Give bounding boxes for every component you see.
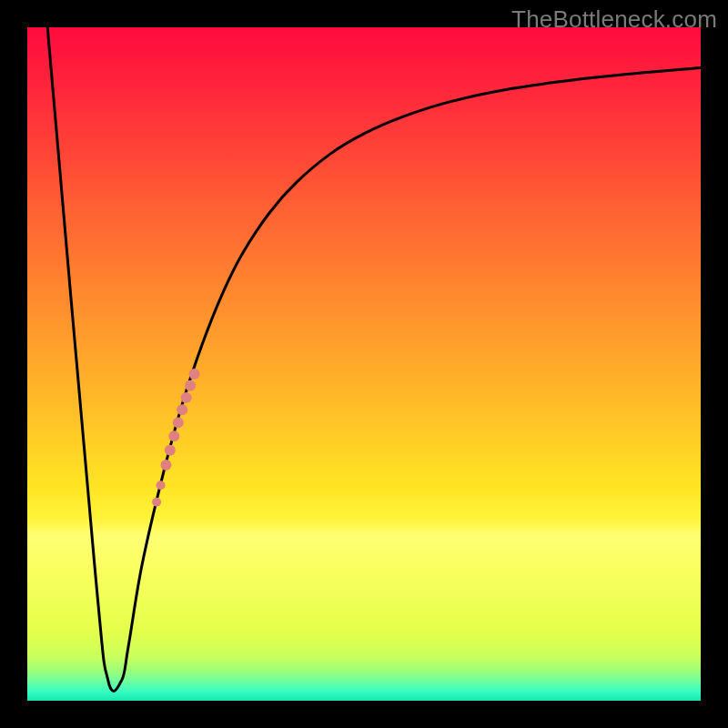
data-marker [168, 430, 179, 441]
data-marker [152, 498, 161, 507]
data-marker [177, 404, 187, 415]
watermark-text: TheBottleneck.com [511, 5, 717, 34]
data-marker [165, 445, 176, 456]
data-marker [160, 460, 171, 470]
data-marker [181, 392, 192, 403]
data-marker [189, 369, 200, 379]
data-marker [173, 417, 184, 428]
bottleneck-chart-svg [0, 0, 728, 728]
data-marker [185, 380, 196, 391]
data-marker [157, 480, 166, 490]
chart-frame: TheBottleneck.com [0, 0, 728, 728]
gradient-background [27, 27, 701, 701]
